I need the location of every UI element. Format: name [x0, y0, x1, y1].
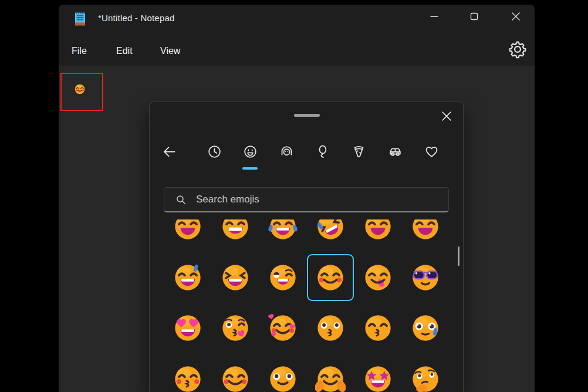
emoji-laughing[interactable]	[220, 262, 251, 293]
emoji-hugging[interactable]	[315, 364, 346, 392]
emoji-laugh_open[interactable]	[173, 219, 203, 242]
emoji-heart_eyes[interactable]	[173, 313, 203, 343]
emoji-holding_tears[interactable]	[410, 313, 441, 343]
category-transport-icon[interactable]	[382, 140, 408, 165]
emoji-star_struck[interactable]	[363, 364, 393, 392]
notepad-app-icon	[75, 11, 86, 29]
close-window-button[interactable]	[502, 5, 529, 28]
back-icon[interactable]	[156, 140, 182, 165]
drag-handle[interactable]	[294, 114, 320, 117]
category-celebrations-icon[interactable]	[310, 140, 336, 165]
emoji-laugh_open[interactable]	[363, 219, 393, 242]
picker-scrollbar[interactable]	[458, 246, 459, 266]
emoji-laugh_open[interactable]	[410, 219, 441, 242]
category-people-icon[interactable]	[273, 140, 299, 165]
emoji-hearts_around[interactable]	[268, 313, 298, 343]
emoji-kiss_heart[interactable]	[220, 313, 251, 343]
menu-edit[interactable]: Edit	[113, 43, 136, 59]
search-input[interactable]	[195, 193, 442, 206]
window-title: *Untitled - Notepad	[98, 13, 175, 23]
category-symbols-icon[interactable]	[418, 140, 444, 165]
emoji-rofl[interactable]	[315, 219, 346, 242]
selected-category-underline	[242, 167, 258, 170]
emoji-thinking[interactable]	[410, 364, 441, 392]
category-recent-icon[interactable]	[201, 140, 227, 165]
close-picker-icon[interactable]	[437, 106, 457, 126]
emoji-slight_smile[interactable]	[268, 364, 298, 392]
emoji-kissing_closed[interactable]	[173, 364, 203, 392]
settings-gear-icon[interactable]	[507, 38, 528, 59]
inserted-emoji	[74, 83, 86, 97]
emoji-sunglasses[interactable]	[410, 262, 441, 293]
emoji-grin_teeth[interactable]	[220, 219, 251, 242]
emoji-kissing_smiling[interactable]	[363, 313, 393, 343]
menu-view[interactable]: View	[157, 43, 184, 59]
emoji-grid	[150, 219, 463, 392]
emoji-joy[interactable]	[268, 219, 298, 242]
emoji-kissing[interactable]	[315, 313, 346, 343]
category-smileys-icon[interactable]	[237, 140, 263, 165]
emoji-picker-panel	[149, 102, 464, 392]
desktop: *Untitled - Notepad FileEditView	[0, 0, 588, 392]
emoji-yum[interactable]	[363, 262, 393, 293]
minimize-button[interactable]	[421, 5, 448, 28]
search-box[interactable]	[164, 187, 449, 212]
search-icon	[176, 195, 186, 205]
category-food-icon[interactable]	[346, 140, 371, 165]
menu-file[interactable]: File	[68, 43, 90, 59]
emoji-relaxed[interactable]	[220, 364, 251, 392]
emoji-wink[interactable]	[268, 262, 298, 293]
emoji-sweat_smile[interactable]	[173, 262, 203, 293]
titlebar[interactable]: *Untitled - Notepad FileEditView	[59, 5, 535, 66]
selected-emoji-ring	[307, 254, 354, 301]
maximize-button[interactable]	[461, 5, 488, 28]
